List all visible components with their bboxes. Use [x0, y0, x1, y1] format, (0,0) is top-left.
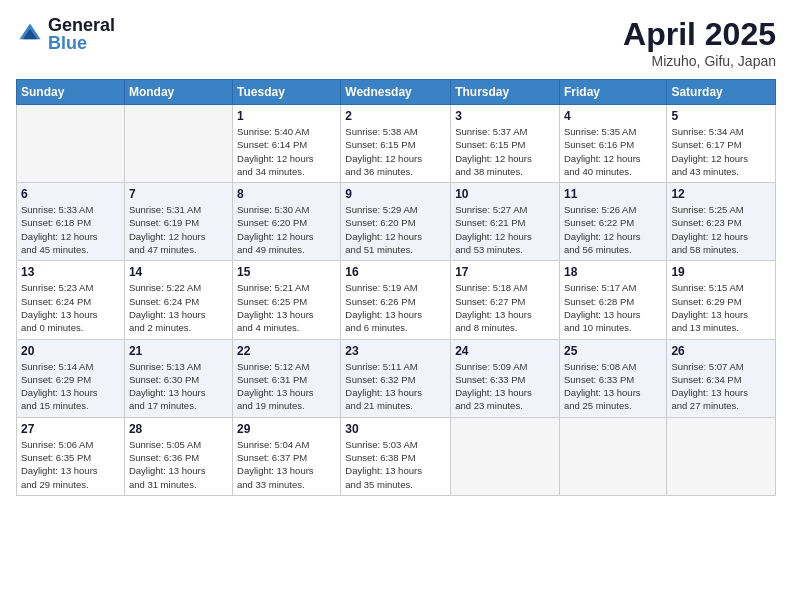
calendar-week-row: 27Sunrise: 5:06 AM Sunset: 6:35 PM Dayli… — [17, 417, 776, 495]
weekday-header-wednesday: Wednesday — [341, 80, 451, 105]
weekday-header-monday: Monday — [124, 80, 232, 105]
calendar-cell: 11Sunrise: 5:26 AM Sunset: 6:22 PM Dayli… — [559, 183, 666, 261]
day-number: 21 — [129, 344, 228, 358]
calendar-cell: 10Sunrise: 5:27 AM Sunset: 6:21 PM Dayli… — [451, 183, 560, 261]
location: Mizuho, Gifu, Japan — [623, 53, 776, 69]
calendar-cell — [124, 105, 232, 183]
day-number: 17 — [455, 265, 555, 279]
day-info: Sunrise: 5:18 AM Sunset: 6:27 PM Dayligh… — [455, 281, 555, 334]
day-info: Sunrise: 5:40 AM Sunset: 6:14 PM Dayligh… — [237, 125, 336, 178]
day-info: Sunrise: 5:07 AM Sunset: 6:34 PM Dayligh… — [671, 360, 771, 413]
calendar-cell: 8Sunrise: 5:30 AM Sunset: 6:20 PM Daylig… — [233, 183, 341, 261]
calendar-week-row: 1Sunrise: 5:40 AM Sunset: 6:14 PM Daylig… — [17, 105, 776, 183]
day-number: 16 — [345, 265, 446, 279]
calendar-week-row: 20Sunrise: 5:14 AM Sunset: 6:29 PM Dayli… — [17, 339, 776, 417]
day-number: 4 — [564, 109, 662, 123]
calendar-cell: 2Sunrise: 5:38 AM Sunset: 6:15 PM Daylig… — [341, 105, 451, 183]
day-info: Sunrise: 5:03 AM Sunset: 6:38 PM Dayligh… — [345, 438, 446, 491]
day-info: Sunrise: 5:31 AM Sunset: 6:19 PM Dayligh… — [129, 203, 228, 256]
day-info: Sunrise: 5:13 AM Sunset: 6:30 PM Dayligh… — [129, 360, 228, 413]
calendar-cell: 4Sunrise: 5:35 AM Sunset: 6:16 PM Daylig… — [559, 105, 666, 183]
calendar-cell — [451, 417, 560, 495]
calendar-cell: 12Sunrise: 5:25 AM Sunset: 6:23 PM Dayli… — [667, 183, 776, 261]
day-info: Sunrise: 5:29 AM Sunset: 6:20 PM Dayligh… — [345, 203, 446, 256]
calendar-cell: 18Sunrise: 5:17 AM Sunset: 6:28 PM Dayli… — [559, 261, 666, 339]
weekday-header-friday: Friday — [559, 80, 666, 105]
day-info: Sunrise: 5:06 AM Sunset: 6:35 PM Dayligh… — [21, 438, 120, 491]
day-number: 15 — [237, 265, 336, 279]
day-number: 8 — [237, 187, 336, 201]
calendar-cell: 14Sunrise: 5:22 AM Sunset: 6:24 PM Dayli… — [124, 261, 232, 339]
calendar: SundayMondayTuesdayWednesdayThursdayFrid… — [16, 79, 776, 496]
logo-general: General — [48, 16, 115, 34]
day-number: 12 — [671, 187, 771, 201]
day-number: 11 — [564, 187, 662, 201]
day-info: Sunrise: 5:15 AM Sunset: 6:29 PM Dayligh… — [671, 281, 771, 334]
weekday-header-row: SundayMondayTuesdayWednesdayThursdayFrid… — [17, 80, 776, 105]
weekday-header-thursday: Thursday — [451, 80, 560, 105]
day-info: Sunrise: 5:37 AM Sunset: 6:15 PM Dayligh… — [455, 125, 555, 178]
day-info: Sunrise: 5:22 AM Sunset: 6:24 PM Dayligh… — [129, 281, 228, 334]
weekday-header-saturday: Saturday — [667, 80, 776, 105]
calendar-cell — [667, 417, 776, 495]
day-info: Sunrise: 5:21 AM Sunset: 6:25 PM Dayligh… — [237, 281, 336, 334]
day-number: 24 — [455, 344, 555, 358]
calendar-cell: 21Sunrise: 5:13 AM Sunset: 6:30 PM Dayli… — [124, 339, 232, 417]
day-number: 9 — [345, 187, 446, 201]
day-number: 20 — [21, 344, 120, 358]
day-info: Sunrise: 5:14 AM Sunset: 6:29 PM Dayligh… — [21, 360, 120, 413]
day-info: Sunrise: 5:34 AM Sunset: 6:17 PM Dayligh… — [671, 125, 771, 178]
calendar-cell: 29Sunrise: 5:04 AM Sunset: 6:37 PM Dayli… — [233, 417, 341, 495]
day-number: 25 — [564, 344, 662, 358]
calendar-week-row: 13Sunrise: 5:23 AM Sunset: 6:24 PM Dayli… — [17, 261, 776, 339]
day-info: Sunrise: 5:05 AM Sunset: 6:36 PM Dayligh… — [129, 438, 228, 491]
day-number: 3 — [455, 109, 555, 123]
day-info: Sunrise: 5:08 AM Sunset: 6:33 PM Dayligh… — [564, 360, 662, 413]
logo-icon — [16, 20, 44, 48]
weekday-header-tuesday: Tuesday — [233, 80, 341, 105]
calendar-cell: 30Sunrise: 5:03 AM Sunset: 6:38 PM Dayli… — [341, 417, 451, 495]
day-number: 26 — [671, 344, 771, 358]
day-number: 1 — [237, 109, 336, 123]
day-info: Sunrise: 5:25 AM Sunset: 6:23 PM Dayligh… — [671, 203, 771, 256]
calendar-cell: 3Sunrise: 5:37 AM Sunset: 6:15 PM Daylig… — [451, 105, 560, 183]
day-number: 27 — [21, 422, 120, 436]
calendar-cell: 6Sunrise: 5:33 AM Sunset: 6:18 PM Daylig… — [17, 183, 125, 261]
calendar-cell: 20Sunrise: 5:14 AM Sunset: 6:29 PM Dayli… — [17, 339, 125, 417]
day-number: 6 — [21, 187, 120, 201]
day-info: Sunrise: 5:17 AM Sunset: 6:28 PM Dayligh… — [564, 281, 662, 334]
day-info: Sunrise: 5:27 AM Sunset: 6:21 PM Dayligh… — [455, 203, 555, 256]
day-info: Sunrise: 5:09 AM Sunset: 6:33 PM Dayligh… — [455, 360, 555, 413]
calendar-cell: 7Sunrise: 5:31 AM Sunset: 6:19 PM Daylig… — [124, 183, 232, 261]
day-number: 2 — [345, 109, 446, 123]
calendar-cell — [559, 417, 666, 495]
calendar-cell: 23Sunrise: 5:11 AM Sunset: 6:32 PM Dayli… — [341, 339, 451, 417]
calendar-cell: 28Sunrise: 5:05 AM Sunset: 6:36 PM Dayli… — [124, 417, 232, 495]
calendar-cell: 13Sunrise: 5:23 AM Sunset: 6:24 PM Dayli… — [17, 261, 125, 339]
calendar-cell: 25Sunrise: 5:08 AM Sunset: 6:33 PM Dayli… — [559, 339, 666, 417]
logo-blue: Blue — [48, 34, 115, 52]
day-info: Sunrise: 5:19 AM Sunset: 6:26 PM Dayligh… — [345, 281, 446, 334]
day-number: 18 — [564, 265, 662, 279]
day-number: 13 — [21, 265, 120, 279]
calendar-cell: 16Sunrise: 5:19 AM Sunset: 6:26 PM Dayli… — [341, 261, 451, 339]
calendar-cell: 27Sunrise: 5:06 AM Sunset: 6:35 PM Dayli… — [17, 417, 125, 495]
calendar-cell: 15Sunrise: 5:21 AM Sunset: 6:25 PM Dayli… — [233, 261, 341, 339]
day-number: 10 — [455, 187, 555, 201]
day-info: Sunrise: 5:04 AM Sunset: 6:37 PM Dayligh… — [237, 438, 336, 491]
calendar-cell: 5Sunrise: 5:34 AM Sunset: 6:17 PM Daylig… — [667, 105, 776, 183]
day-number: 22 — [237, 344, 336, 358]
month-title: April 2025 — [623, 16, 776, 53]
day-info: Sunrise: 5:35 AM Sunset: 6:16 PM Dayligh… — [564, 125, 662, 178]
day-number: 14 — [129, 265, 228, 279]
day-number: 28 — [129, 422, 228, 436]
day-info: Sunrise: 5:30 AM Sunset: 6:20 PM Dayligh… — [237, 203, 336, 256]
day-info: Sunrise: 5:11 AM Sunset: 6:32 PM Dayligh… — [345, 360, 446, 413]
logo-text: General Blue — [48, 16, 115, 52]
day-info: Sunrise: 5:12 AM Sunset: 6:31 PM Dayligh… — [237, 360, 336, 413]
calendar-cell: 9Sunrise: 5:29 AM Sunset: 6:20 PM Daylig… — [341, 183, 451, 261]
logo: General Blue — [16, 16, 115, 52]
day-info: Sunrise: 5:23 AM Sunset: 6:24 PM Dayligh… — [21, 281, 120, 334]
day-number: 23 — [345, 344, 446, 358]
day-number: 19 — [671, 265, 771, 279]
